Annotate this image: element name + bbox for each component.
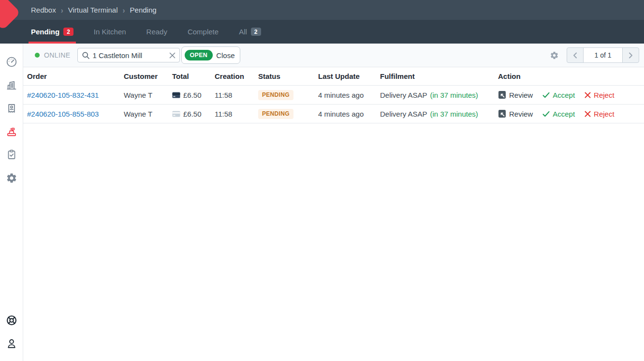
main-content: ONLINE OPEN — [23, 44, 644, 361]
sidebar-item-orders[interactable] — [0, 97, 23, 120]
fulfilment: Delivery ASAP (in 37 minutes) — [380, 91, 498, 99]
accept-label: Accept — [553, 91, 575, 99]
fulfilment-type: Delivery ASAP — [380, 91, 427, 99]
pagination-next-button[interactable] — [623, 48, 639, 62]
user-icon — [5, 337, 18, 350]
column-header-total: Total — [172, 72, 215, 80]
check-icon — [542, 111, 550, 117]
sidebar-item-support[interactable] — [0, 309, 23, 332]
total-amount: £6.50 — [183, 110, 202, 118]
accept-label: Accept — [553, 110, 575, 118]
x-icon — [585, 111, 591, 117]
column-header-order: Order — [27, 72, 124, 80]
table-row: #240620-105-832-431 Wayne T £6.50 11:58 … — [23, 86, 644, 105]
cash-register-icon — [5, 125, 18, 138]
reject-label: Reject — [594, 110, 615, 118]
close-store-label: Close — [216, 51, 234, 60]
pagination-prev-button[interactable] — [567, 48, 583, 62]
accept-button[interactable]: Accept — [542, 110, 575, 118]
row-actions: Review Accept Reject — [498, 109, 644, 118]
breadcrumb-bar: Redbox › Virtual Terminal › Pending — [0, 0, 644, 20]
x-icon — [585, 92, 591, 98]
order-number-link[interactable]: #240620-105-832-431 — [27, 91, 99, 99]
fulfilment-eta: (in 37 minutes) — [430, 110, 478, 118]
review-button[interactable]: Review — [498, 109, 533, 118]
last-update: 4 minutes ago — [318, 110, 380, 118]
pagination: 1 of 1 — [567, 47, 639, 63]
breadcrumb: Redbox › Virtual Terminal › Pending — [31, 6, 157, 14]
reject-label: Reject — [594, 91, 615, 99]
column-header-status: Status — [258, 72, 318, 80]
breadcrumb-redbox[interactable]: Redbox — [31, 6, 56, 14]
sidebar-item-settings[interactable] — [0, 166, 23, 190]
review-document-icon — [498, 90, 506, 99]
chevron-left-icon — [573, 52, 577, 59]
tab-in-kitchen[interactable]: In Kitchen — [94, 20, 126, 44]
column-header-creation: Creation — [215, 72, 258, 80]
order-status-tabs: Pending 2 In Kitchen Ready Complete All … — [0, 20, 644, 44]
tab-complete-label: Complete — [188, 28, 219, 36]
search-icon — [82, 51, 90, 60]
fulfilment-eta: (in 37 minutes) — [430, 91, 478, 99]
online-status: ONLINE — [35, 51, 71, 59]
building-icon — [5, 79, 18, 91]
column-header-customer: Customer — [124, 72, 172, 80]
reject-button[interactable]: Reject — [585, 110, 615, 118]
search-input[interactable] — [93, 51, 166, 60]
credit-card-icon — [172, 92, 180, 98]
online-status-dot — [35, 53, 40, 58]
status-badge: PENDING — [258, 90, 293, 100]
fulfilment-type: Delivery ASAP — [380, 110, 427, 118]
order-number-link[interactable]: #240620-105-855-803 — [27, 110, 99, 118]
tab-pending-count-badge: 2 — [63, 28, 73, 36]
tab-ready[interactable]: Ready — [146, 20, 167, 44]
tab-in-kitchen-label: In Kitchen — [94, 28, 126, 36]
tab-pending[interactable]: Pending 2 — [31, 20, 73, 44]
row-actions: Review Accept Reject — [498, 90, 644, 99]
pagination-page-indicator[interactable]: 1 of 1 — [583, 48, 623, 62]
sidebar-item-venue[interactable] — [0, 74, 23, 97]
sidebar — [0, 44, 23, 361]
column-header-action: Action — [498, 72, 644, 80]
search-clear-button[interactable] — [169, 52, 176, 59]
table-header: Order Customer Total Creation Status Las… — [23, 67, 644, 86]
breadcrumb-pending: Pending — [130, 6, 157, 14]
tab-complete[interactable]: Complete — [188, 20, 219, 44]
customer-name: Wayne T — [124, 110, 172, 118]
toolbar-right: 1 of 1 — [550, 47, 639, 63]
sidebar-item-tasks[interactable] — [0, 143, 23, 166]
reject-button[interactable]: Reject — [585, 91, 615, 99]
open-status-badge: OPEN — [185, 50, 213, 60]
breadcrumb-virtual-terminal[interactable]: Virtual Terminal — [68, 6, 118, 14]
virtual-terminal-app: Redbox › Virtual Terminal › Pending Pend… — [0, 0, 644, 361]
store-open-close-button[interactable]: OPEN Close — [181, 46, 240, 64]
review-label: Review — [509, 110, 533, 118]
customer-name: Wayne T — [124, 91, 172, 99]
status-badge: PENDING — [258, 109, 293, 119]
review-label: Review — [509, 91, 533, 99]
sidebar-item-virtual-terminal[interactable] — [0, 120, 23, 143]
tab-pending-label: Pending — [31, 28, 59, 36]
fulfilment: Delivery ASAP (in 37 minutes) — [380, 110, 498, 118]
last-update: 4 minutes ago — [318, 91, 380, 99]
empty-content-area — [23, 123, 644, 361]
sidebar-item-dashboard[interactable] — [0, 50, 23, 74]
settings-button[interactable] — [550, 51, 559, 60]
online-status-label: ONLINE — [44, 51, 71, 59]
creation-time: 11:58 — [215, 91, 258, 99]
breadcrumb-separator: › — [61, 5, 63, 15]
gear-icon — [6, 172, 17, 184]
tab-ready-label: Ready — [146, 28, 167, 36]
clipboard-check-icon — [5, 149, 18, 161]
lifebuoy-icon — [5, 314, 18, 327]
tab-all[interactable]: All 2 — [239, 20, 261, 44]
close-icon — [169, 52, 176, 59]
sidebar-item-account[interactable] — [0, 332, 23, 355]
credit-card-icon — [172, 111, 180, 117]
breadcrumb-separator: › — [123, 5, 125, 15]
tab-all-label: All — [239, 28, 247, 36]
review-button[interactable]: Review — [498, 90, 533, 99]
accept-button[interactable]: Accept — [542, 91, 575, 99]
column-header-last-update: Last Update — [318, 72, 380, 80]
table-row: #240620-105-855-803 Wayne T £6.50 11:58 … — [23, 105, 644, 123]
